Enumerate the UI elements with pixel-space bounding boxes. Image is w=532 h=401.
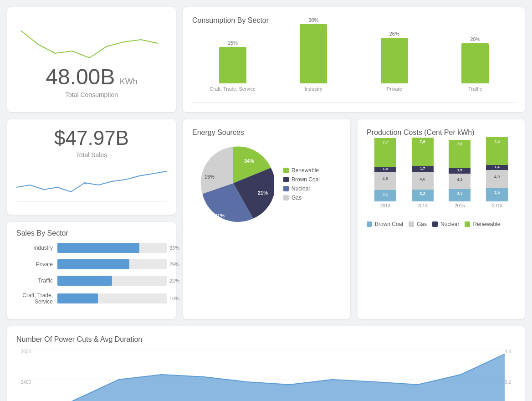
legend-nuclear: Nuclear	[283, 185, 320, 192]
legend-renewable: Renewable	[283, 167, 320, 174]
svg-text:34%: 34%	[244, 158, 254, 164]
bar-craft-pct: 15%	[228, 40, 238, 46]
bar-craft: 15% Craft, Trade, Service	[192, 40, 273, 92]
bar-industry-label: Industry	[305, 86, 322, 92]
legend-gas: Gas	[283, 195, 320, 201]
bar-private-fill	[381, 38, 408, 83]
energy-sources-card: Energy Sources	[183, 119, 350, 319]
hbar-industry-fill	[57, 243, 139, 253]
pc-legend-browncoal: Brown Coal	[367, 221, 403, 227]
production-costs-card: Production Costs (Cent Per kWh) 3,1 4,9	[358, 119, 525, 319]
svg-text:31%: 31%	[215, 213, 225, 218]
pc-legend-browncoal-label: Brown Coal	[375, 221, 403, 227]
hbar-industry-track: 33%	[57, 243, 167, 253]
hbar-private-fill	[57, 259, 129, 269]
hbar-industry-label: Industry	[16, 245, 57, 251]
hbar-private: Private 29%	[16, 259, 167, 269]
hbar-craft-track: 16%	[57, 293, 167, 303]
y-label-3600: 3600	[16, 349, 31, 354]
hbar-private-pct: 29%	[169, 262, 179, 267]
bar-industry: 38% Industry	[273, 17, 354, 92]
bar-traffic-fill	[461, 43, 489, 83]
total-sales-card: $47.97B Total Sales	[7, 119, 176, 215]
sales-sparkline	[16, 162, 167, 194]
consumption-by-sector-title: Consumption By Sector	[192, 16, 516, 25]
production-costs-legend: Brown Coal Gas Nuclear Renewable	[367, 221, 516, 227]
bar-traffic-label: Traffic	[468, 86, 482, 92]
y-right-3.2: 3,2	[505, 380, 516, 385]
hbar-traffic-fill	[57, 276, 112, 286]
consumption-label: Total Consumption	[65, 91, 118, 98]
power-cuts-card: Number Of Power Cuts & Avg Duration 3600…	[7, 326, 525, 401]
hbar-traffic-label: Traffic	[16, 278, 57, 284]
sector-bar-chart: 15% Craft, Trade, Service 38% Industry 2…	[192, 30, 516, 103]
hbar-traffic-pct: 22%	[169, 278, 179, 283]
bar-private-pct: 26%	[389, 31, 399, 36]
sales-label: Total Sales	[76, 151, 107, 159]
consumption-unit: KWh	[120, 77, 138, 86]
pc-legend-renewable-label: Renewable	[473, 221, 500, 227]
production-costs-title: Production Costs (Cent Per kWh)	[367, 129, 516, 137]
total-consumption-card: 48.00B KWh Total Consumption	[7, 7, 176, 112]
bar-private-label: Private	[387, 86, 402, 92]
hbar-industry: Industry 33%	[16, 243, 167, 253]
legend-nuclear-label: Nuclear	[292, 185, 310, 192]
consumption-sparkline	[16, 21, 167, 62]
consumption-value: 48.00B	[46, 65, 115, 89]
svg-text:15%: 15%	[205, 174, 215, 180]
pc-legend-renewable: Renewable	[465, 221, 500, 227]
hbar-craft: Craft, Trade, Service 16%	[16, 292, 167, 305]
hbar-craft-fill	[57, 293, 98, 303]
hbar-private-label: Private	[16, 261, 57, 267]
hbar-craft-label: Craft, Trade, Service	[16, 292, 57, 305]
legend-nuclear-dot	[283, 186, 289, 191]
energy-pie-chart: 34% 21% 31% 15%	[192, 142, 274, 226]
hbar-private-track: 29%	[57, 259, 167, 269]
pc-legend-nuclear-label: Nuclear	[440, 221, 459, 227]
bar-craft-fill	[219, 47, 246, 83]
bar-private: 26% Private	[354, 31, 435, 92]
sales-value: $47.97B	[54, 127, 129, 149]
legend-browncoal: Brown Coal	[283, 176, 320, 183]
sales-by-sector-title: Sales By Sector	[16, 229, 167, 237]
energy-sources-title: Energy Sources	[192, 129, 341, 137]
bar-traffic: 20% Traffic	[435, 36, 516, 92]
legend-renewable-dot	[283, 168, 289, 173]
y-right-4.8: 4,8	[505, 349, 516, 354]
pc-legend-gas-label: Gas	[417, 221, 427, 227]
pc-legend-gas: Gas	[409, 221, 427, 227]
legend-gas-label: Gas	[292, 195, 302, 201]
legend-browncoal-dot	[283, 177, 289, 182]
hbar-traffic-track: 22%	[57, 276, 167, 286]
legend-renewable-label: Renewable	[292, 167, 319, 174]
bar-craft-label: Craft, Trade, Service	[210, 86, 256, 92]
svg-text:21%: 21%	[258, 190, 268, 195]
power-cuts-chart-area: 3600 2400 1200 0 4,8 3,2 1,6 0 minutes	[16, 349, 516, 401]
power-cuts-svg	[33, 349, 505, 401]
hbar-industry-pct: 33%	[169, 245, 179, 251]
y-label-2400: 2400	[16, 380, 31, 385]
hbar-craft-pct: 16%	[169, 296, 179, 301]
hbar-traffic: Traffic 22%	[16, 276, 167, 286]
legend-gas-dot	[283, 195, 289, 200]
power-cuts-title: Number Of Power Cuts & Avg Duration	[16, 335, 516, 344]
bar-industry-pct: 38%	[308, 17, 318, 23]
legend-browncoal-label: Brown Coal	[292, 176, 320, 183]
bar-traffic-pct: 20%	[470, 36, 480, 42]
sales-by-sector-card: Sales By Sector Industry 33% Private	[7, 222, 176, 319]
consumption-by-sector-card: Consumption By Sector 15% Craft, Trade, …	[183, 7, 525, 112]
horiz-bar-chart: Industry 33% Private 29%	[16, 243, 167, 305]
pc-legend-nuclear: Nuclear	[432, 221, 459, 227]
bar-industry-fill	[300, 24, 327, 83]
energy-legend: Renewable Brown Coal Nuclear Gas	[283, 167, 320, 201]
